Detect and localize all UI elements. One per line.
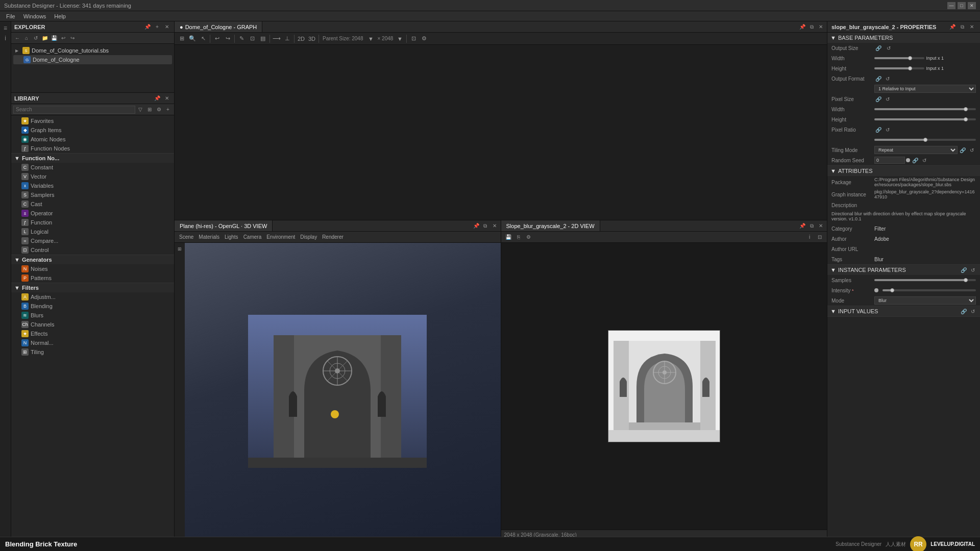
- view-3d-menu-display[interactable]: Display: [299, 234, 318, 240]
- height-slider[interactable]: [874, 67, 924, 69]
- tb-frame-btn[interactable]: ⊡: [247, 34, 257, 44]
- view-2d-fit-btn[interactable]: ⊡: [816, 233, 824, 241]
- lib-item-adjustments[interactable]: A Adjustm...: [11, 292, 174, 302]
- props-pin-button[interactable]: 📌: [948, 23, 957, 31]
- lib-item-constant[interactable]: C Constant: [11, 163, 174, 172]
- lib-item-samplers[interactable]: S Samplers: [11, 190, 174, 199]
- lib-item-variables[interactable]: x Variables: [11, 181, 174, 190]
- lib-item-normal[interactable]: N Normal...: [11, 338, 174, 347]
- view-3d-pin-button[interactable]: 📌: [472, 222, 480, 230]
- pixel-size-link-btn[interactable]: 🔗: [874, 95, 883, 103]
- props-float-button[interactable]: ⧉: [958, 23, 966, 31]
- tb-view-2d-btn[interactable]: 2D: [296, 34, 306, 44]
- view-2d-float-button[interactable]: ⧉: [807, 222, 816, 230]
- library-search-input[interactable]: [13, 106, 135, 114]
- tb-comment-btn[interactable]: ✎: [236, 34, 247, 44]
- tb-view-3d-btn[interactable]: 3D: [307, 34, 317, 44]
- props-input-values-header[interactable]: ▼ INPUT VALUES 🔗 ↺: [827, 306, 980, 316]
- lib-item-effects[interactable]: ★ Effects: [11, 329, 174, 338]
- instance-params-reset-btn[interactable]: ↺: [969, 266, 977, 274]
- lib-item-blurs[interactable]: ≋ Blurs: [11, 311, 174, 320]
- lib-item-blending[interactable]: B Blending: [11, 302, 174, 311]
- sidebar-icon-1[interactable]: ≡: [1, 23, 10, 33]
- view-2d-copy-btn[interactable]: ⎘: [514, 233, 523, 241]
- menu-windows[interactable]: Windows: [19, 11, 51, 21]
- mode-select[interactable]: Blur: [874, 296, 976, 305]
- library-view-button[interactable]: ⊞: [145, 106, 154, 114]
- view-2d-close-button[interactable]: ✕: [817, 222, 825, 230]
- tb-size-btn[interactable]: ▼: [366, 34, 376, 44]
- input-values-link-btn[interactable]: 🔗: [960, 307, 968, 315]
- view-3d-menu-materials[interactable]: Materials: [197, 234, 221, 240]
- sidebar-icon-2[interactable]: i: [1, 34, 10, 43]
- graph-tab[interactable]: ● Dome_of_Cologne - GRAPH: [175, 21, 262, 32]
- tb-redo-btn[interactable]: ↪: [223, 34, 233, 44]
- random-seed-input[interactable]: [874, 157, 905, 164]
- view-2d-save-btn[interactable]: 💾: [504, 233, 512, 241]
- props-attributes-header[interactable]: ▼ ATTRIBUTES: [827, 166, 980, 176]
- lib-item-vector[interactable]: V Vector: [11, 172, 174, 181]
- props-base-params-header[interactable]: ▼ BASE PARAMETERS: [827, 33, 980, 43]
- lib-item-function-nodes-1[interactable]: ƒ Function Nodes: [11, 144, 174, 153]
- tb-size-x-btn[interactable]: ▼: [395, 34, 405, 44]
- view-3d-sidebar-btn-1[interactable]: ⊞: [176, 245, 184, 253]
- lib-item-graph-items[interactable]: ◆ Graph Items: [11, 126, 174, 135]
- lib-item-channels[interactable]: Ch Channels: [11, 320, 174, 329]
- output-format-reset-btn[interactable]: ↺: [884, 74, 892, 83]
- graph-pin-button[interactable]: 📌: [798, 23, 806, 31]
- samples-slider[interactable]: [874, 279, 976, 281]
- view-2d-pin-button[interactable]: 📌: [798, 222, 806, 230]
- explorer-graph-item[interactable]: G Dome_of_Cologne: [13, 55, 172, 64]
- tb-fit-btn[interactable]: ⊡: [408, 34, 419, 44]
- tb-select-btn[interactable]: ↖: [198, 34, 208, 44]
- menu-file[interactable]: File: [2, 11, 19, 21]
- minimize-button[interactable]: —: [947, 2, 955, 9]
- intensity-slider[interactable]: [883, 289, 976, 291]
- explorer-close-button[interactable]: ✕: [163, 23, 171, 31]
- tb-group-btn[interactable]: ▤: [258, 34, 268, 44]
- tb-undo-btn[interactable]: ↩: [212, 34, 222, 44]
- graph-float-button[interactable]: ⧉: [807, 23, 816, 31]
- lib-item-operator[interactable]: ± Operator: [11, 209, 174, 218]
- graph-close-button[interactable]: ✕: [817, 23, 825, 31]
- lib-item-compare[interactable]: = Compare...: [11, 236, 174, 245]
- lib-item-atomic-nodes[interactable]: ◉ Atomic Nodes: [11, 135, 174, 144]
- lib-item-logical[interactable]: L Logical: [11, 227, 174, 236]
- output-size-reset-btn[interactable]: ↺: [885, 44, 893, 52]
- view-2d-content[interactable]: [501, 243, 827, 530]
- library-filter-button[interactable]: ▽: [136, 106, 144, 114]
- tiling-mode-select[interactable]: Repeat: [874, 146, 958, 154]
- pixel-height-slider[interactable]: [874, 118, 976, 120]
- input-values-reset-btn[interactable]: ↺: [969, 307, 977, 315]
- pixel-width-slider[interactable]: [874, 108, 976, 110]
- explorer-refresh-button[interactable]: ↺: [32, 34, 40, 42]
- random-seed-link-btn[interactable]: 🔗: [911, 156, 919, 164]
- view-3d-tab[interactable]: Plane (hi-res) - OpenGL · 3D VIEW: [175, 220, 273, 231]
- props-instance-params-header[interactable]: ▼ INSTANCE PARAMETERS 🔗 ↺: [827, 265, 980, 275]
- explorer-back-button[interactable]: ←: [13, 34, 21, 42]
- view-2d-info-btn[interactable]: i: [805, 233, 814, 241]
- explorer-save-button[interactable]: 💾: [50, 34, 58, 42]
- explorer-pin-button[interactable]: 📌: [143, 23, 152, 31]
- random-seed-reset-btn[interactable]: ↺: [920, 156, 928, 164]
- view-3d-menu-lights[interactable]: Lights: [223, 234, 240, 240]
- view-3d-float-button[interactable]: ⧉: [481, 222, 489, 230]
- tb-nav-btn[interactable]: ⊞: [177, 34, 187, 44]
- view-3d-menu-environment[interactable]: Environment: [265, 234, 297, 240]
- explorer-folder-button[interactable]: 📁: [41, 34, 49, 42]
- lib-cat-filters[interactable]: ▼ Filters: [11, 283, 174, 292]
- output-size-link-btn[interactable]: 🔗: [874, 44, 883, 52]
- library-pin-button[interactable]: 📌: [153, 94, 161, 103]
- explorer-undo-button[interactable]: ↩: [59, 34, 67, 42]
- view-2d-settings-btn[interactable]: ⚙: [525, 233, 533, 241]
- maximize-button[interactable]: □: [958, 2, 966, 9]
- view-3d-content[interactable]: ⊞: [175, 243, 501, 540]
- instance-params-link-btn[interactable]: 🔗: [960, 266, 968, 274]
- lib-cat-generators[interactable]: ▼ Generators: [11, 255, 174, 264]
- view-3d-menu-camera[interactable]: Camera: [242, 234, 263, 240]
- view-3d-close-button[interactable]: ✕: [491, 222, 499, 230]
- width-slider[interactable]: [874, 57, 924, 59]
- tb-extra-btn[interactable]: ⚙: [419, 34, 429, 44]
- output-format-link-btn[interactable]: 🔗: [874, 74, 883, 83]
- lib-item-function[interactable]: ƒ Function: [11, 218, 174, 227]
